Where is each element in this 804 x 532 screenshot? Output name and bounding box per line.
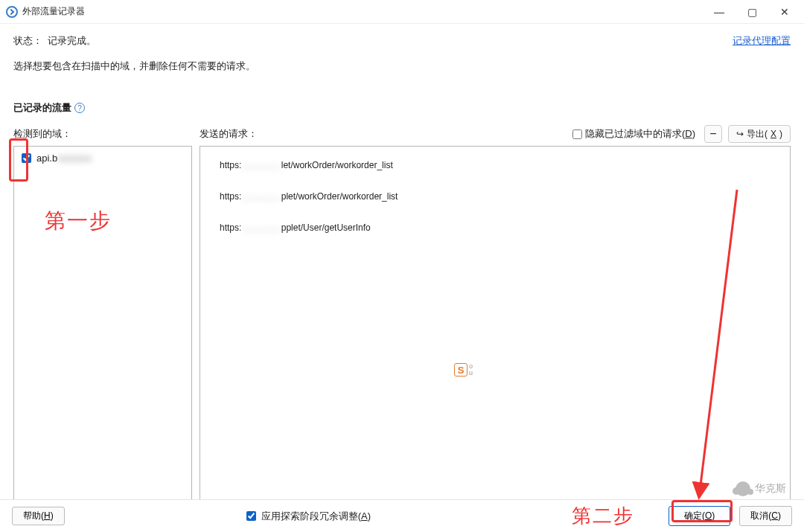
hide-filtered-label: 隐藏已过滤域中的请求(D) xyxy=(585,127,695,141)
requests-label: 发送的请求： xyxy=(200,127,258,141)
close-button[interactable]: ✕ xyxy=(768,1,801,23)
adjust-input[interactable] xyxy=(246,511,256,521)
titlebar: 外部流量记录器 — ▢ ✕ xyxy=(0,0,804,24)
maximize-button[interactable]: ▢ xyxy=(736,1,768,23)
panels: api.bxxxxxxx https:................let/w… xyxy=(0,143,804,509)
adjust-label: 应用探索阶段冗余调整(A) xyxy=(261,510,371,523)
remove-button[interactable]: − xyxy=(704,125,722,143)
bottombar: 帮助(H) 应用探索阶段冗余调整(A) 确定(O) 取消(C) xyxy=(0,499,804,532)
adjust-checkbox[interactable]: 应用探索阶段冗余调整(A) xyxy=(243,509,371,523)
window-controls: — ▢ ✕ xyxy=(703,1,801,23)
section-title-label: 已记录的流量 xyxy=(13,101,71,115)
help-button[interactable]: 帮助(H) xyxy=(12,507,65,525)
instruction-text: 选择想要包含在扫描中的域，并删除任何不需要的请求。 xyxy=(13,60,791,73)
request-row[interactable]: https:................let/workOrder/work… xyxy=(205,150,785,181)
domains-panel[interactable]: api.bxxxxxxx xyxy=(13,146,192,509)
domains-label: 检测到的域： xyxy=(13,127,200,141)
export-arrow-icon: ↪ xyxy=(736,129,744,139)
help-icon[interactable]: ? xyxy=(74,103,85,113)
domain-text: api.bxxxxxxx xyxy=(36,153,92,164)
header: 状态： 记录完成。 记录代理配置 选择想要包含在扫描中的域，并删除任何不需要的请… xyxy=(0,24,804,79)
status-row: 状态： 记录完成。 记录代理配置 xyxy=(13,34,791,48)
columns-header: 检测到的域： 发送的请求： 隐藏已过滤域中的请求(D) − ↪ 导出(X) xyxy=(0,125,804,143)
minimize-button[interactable]: — xyxy=(703,1,736,23)
section-title: 已记录的流量 ? xyxy=(0,101,804,115)
requests-panel[interactable]: https:................let/workOrder/work… xyxy=(200,146,791,509)
ime-indicator-icon: S ou xyxy=(454,362,479,377)
config-link[interactable]: 记录代理配置 xyxy=(733,34,791,48)
export-button[interactable]: ↪ 导出(X) xyxy=(728,125,791,143)
ok-button[interactable]: 确定(O) xyxy=(669,506,730,526)
app-icon xyxy=(6,6,18,18)
hide-filtered-checkbox[interactable]: 隐藏已过滤域中的请求(D) xyxy=(570,127,695,141)
request-row[interactable]: https:................pplet/User/getUser… xyxy=(205,212,785,243)
domain-item[interactable]: api.bxxxxxxx xyxy=(19,150,187,167)
cancel-button[interactable]: 取消(C) xyxy=(739,506,792,526)
window-title: 外部流量记录器 xyxy=(22,5,85,18)
hide-filtered-input[interactable] xyxy=(572,129,582,139)
status-label: 状态： xyxy=(13,34,48,48)
request-row[interactable]: https:................plet/workOrder/wor… xyxy=(205,181,785,212)
domain-checkbox[interactable] xyxy=(22,153,31,163)
status-value: 记录完成。 xyxy=(48,34,96,48)
